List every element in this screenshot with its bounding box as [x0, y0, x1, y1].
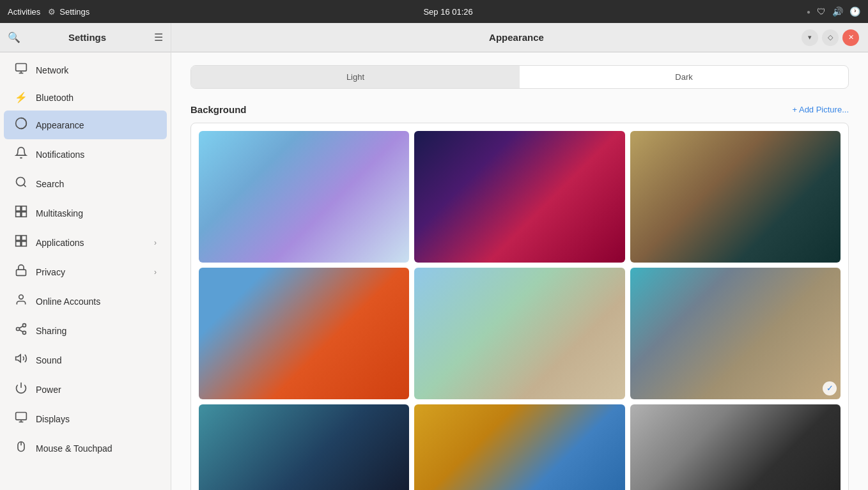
theme-dark-option[interactable]: Dark — [520, 66, 848, 88]
bluetooth-icon: ⚡ — [14, 91, 28, 103]
network-icon — [14, 62, 28, 78]
sidebar-item-label-applications: Applications — [36, 238, 146, 248]
sidebar-item-label-notifications: Notifications — [36, 149, 157, 160]
sidebar-item-multitasking[interactable]: Multitasking — [4, 199, 167, 227]
wallpaper-item-4[interactable] — [199, 268, 409, 399]
wallpaper-item-6[interactable]: ✓ — [630, 268, 841, 399]
sidebar-item-label-appearance: Appearance — [36, 120, 157, 130]
svg-line-5 — [24, 185, 26, 187]
sidebar-menu-icon[interactable]: ☰ — [154, 31, 163, 43]
theme-toggle: Light Dark — [190, 65, 849, 89]
sidebar-item-label-online-accounts: Online Accounts — [36, 296, 157, 307]
main-panel: Appearance ▾ ◇ ✕ Light Dark Background +… — [171, 23, 868, 490]
sidebar: 🔍 Settings ☰ Network ⚡ Bluetooth Appeara… — [0, 23, 171, 490]
svg-point-15 — [19, 295, 24, 300]
topbar-left: Activities ⚙ Settings — [8, 7, 89, 17]
sharing-icon — [14, 323, 28, 339]
svg-rect-8 — [16, 212, 21, 217]
sidebar-search-icon[interactable]: 🔍 — [8, 31, 20, 43]
svg-rect-9 — [22, 212, 27, 217]
topbar-datetime: Sep 16 01:26 — [423, 7, 472, 17]
window-down-button[interactable]: ▾ — [802, 29, 818, 46]
speaker-icon: 🔊 — [832, 6, 843, 17]
sidebar-item-displays[interactable]: Displays — [4, 404, 167, 433]
applications-chevron-icon: › — [154, 238, 157, 247]
window-diamond-button[interactable]: ◇ — [822, 29, 839, 46]
sidebar-item-mouse-touchpad[interactable]: Mouse & Touchpad — [4, 434, 167, 463]
appearance-icon — [14, 117, 28, 133]
activities-button[interactable]: Activities — [8, 7, 40, 17]
wallpaper-item-1[interactable] — [199, 131, 409, 263]
sidebar-item-network[interactable]: Network — [4, 56, 167, 84]
background-section-header: Background + Add Picture... — [190, 104, 849, 115]
sidebar-item-power[interactable]: Power — [4, 375, 167, 404]
window-controls: ▾ ◇ ✕ — [802, 29, 859, 46]
svg-point-16 — [23, 324, 26, 327]
wallpaper-item-8[interactable] — [414, 404, 624, 490]
svg-marker-21 — [16, 355, 21, 362]
privacy-icon — [14, 264, 28, 280]
svg-point-17 — [17, 328, 20, 331]
multitasking-icon — [14, 205, 28, 221]
sidebar-item-sound[interactable]: Sound — [4, 346, 167, 374]
app-window: 🔍 Settings ☰ Network ⚡ Bluetooth Appeara… — [0, 23, 868, 490]
wallpaper-grid: ✓ — [190, 123, 849, 490]
add-picture-button[interactable]: + Add Picture... — [792, 105, 849, 114]
svg-rect-13 — [22, 241, 27, 247]
svg-point-4 — [17, 178, 25, 186]
wallpaper-item-7[interactable] — [199, 404, 409, 490]
sidebar-item-label-sound: Sound — [36, 355, 157, 365]
sidebar-nav: Network ⚡ Bluetooth Appearance Notificat… — [0, 52, 171, 466]
main-panel-title: Appearance — [489, 32, 544, 43]
wallpaper-selected-icon: ✓ — [823, 381, 837, 395]
svg-point-18 — [23, 331, 26, 334]
sidebar-item-search[interactable]: Search — [4, 169, 167, 198]
sidebar-item-applications[interactable]: Applications › — [4, 228, 167, 257]
svg-rect-6 — [16, 206, 21, 211]
window-close-button[interactable]: ✕ — [842, 29, 859, 46]
clock-icon: 🕐 — [849, 6, 860, 17]
sidebar-item-label-network: Network — [36, 65, 157, 75]
sidebar-item-online-accounts[interactable]: Online Accounts — [4, 287, 167, 316]
svg-rect-12 — [16, 241, 21, 247]
wallpaper-item-2[interactable] — [414, 131, 624, 263]
main-content: Light Dark Background + Add Picture... ✓ — [171, 52, 868, 490]
sidebar-title: Settings — [68, 32, 106, 43]
sidebar-item-label-privacy: Privacy — [36, 267, 146, 277]
dot-icon: ● — [807, 8, 810, 15]
topbar-settings: ⚙ Settings — [48, 7, 89, 17]
theme-light-option[interactable]: Light — [191, 66, 520, 88]
search-icon — [14, 176, 28, 192]
sidebar-item-bluetooth[interactable]: ⚡ Bluetooth — [4, 85, 167, 110]
sound-icon — [14, 352, 28, 368]
wallpaper-item-5[interactable] — [414, 268, 624, 399]
sidebar-item-label-bluetooth: Bluetooth — [36, 93, 157, 103]
mouse-icon — [14, 440, 28, 456]
main-header: Appearance ▾ ◇ ✕ — [171, 23, 868, 52]
sidebar-item-notifications[interactable]: Notifications — [4, 140, 167, 169]
wallpaper-item-9[interactable] — [630, 404, 841, 490]
sidebar-item-label-power: Power — [36, 385, 157, 395]
svg-rect-10 — [16, 236, 21, 241]
sidebar-item-privacy[interactable]: Privacy › — [4, 257, 167, 286]
power-icon — [14, 381, 28, 397]
svg-line-19 — [19, 330, 23, 332]
wallpaper-item-3[interactable] — [630, 131, 841, 263]
svg-rect-23 — [16, 413, 27, 420]
applications-icon — [14, 234, 28, 250]
background-section-title: Background — [190, 104, 247, 115]
sidebar-item-appearance[interactable]: Appearance — [4, 111, 167, 139]
online-accounts-icon — [14, 293, 28, 309]
sidebar-item-label-mouse-touchpad: Mouse & Touchpad — [36, 443, 157, 454]
svg-rect-14 — [17, 270, 26, 275]
settings-gear-icon: ⚙ — [48, 7, 56, 17]
topbar-settings-label: Settings — [59, 7, 89, 17]
sidebar-header: 🔍 Settings ☰ — [0, 23, 171, 52]
sidebar-item-label-search: Search — [36, 179, 157, 189]
shield-icon: 🛡 — [817, 6, 826, 17]
privacy-chevron-icon: › — [154, 268, 157, 277]
sidebar-item-label-multitasking: Multitasking — [36, 208, 157, 218]
sidebar-item-sharing[interactable]: Sharing — [4, 316, 167, 345]
notifications-icon — [14, 146, 28, 162]
svg-rect-7 — [22, 206, 27, 211]
